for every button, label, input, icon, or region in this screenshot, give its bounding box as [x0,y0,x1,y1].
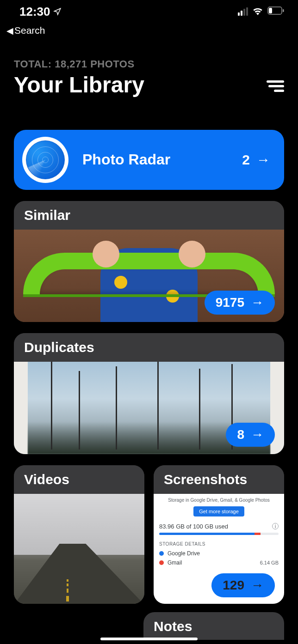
screenshot-used-row: 83.96 GB of 100 GB used i [159,523,279,530]
screenshots-label: Screenshots [154,465,284,494]
status-time: 12:30 [19,5,62,19]
screenshot-storage-bar [159,533,279,535]
videos-preview [14,494,144,604]
back-to-search[interactable]: ◀ Search [0,23,298,36]
radar-count-value: 2 [242,152,250,168]
battery-icon [267,6,284,17]
similar-count: 9175 [216,295,244,310]
screenshot-item-gmail: Gmail 6.14 GB [159,559,279,566]
wifi-icon [252,6,264,17]
dot-icon [159,560,164,565]
screenshot-details-label: STORAGE DETAILS [159,541,279,547]
two-column-row: Videos Screenshots Storage in Google Dri… [14,465,284,604]
arrow-right-icon: → [251,578,264,593]
screenshot-item2-label: Gmail [168,559,182,566]
back-chevron-icon: ◀ [6,25,13,36]
screenshots-card[interactable]: Screenshots Storage in Google Drive, Gma… [154,465,284,604]
info-icon: i [272,523,279,529]
similar-count-pill[interactable]: 9175 → [205,291,275,315]
screenshots-preview: Storage in Google Drive, Gmail, & Google… [154,494,284,604]
dot-icon [159,551,164,556]
status-bar: 12:30 [0,0,298,23]
duplicates-preview: 8 → [14,362,284,454]
duplicates-label: Duplicates [14,333,284,362]
radar-title: Photo Radar [82,151,228,168]
duplicates-card[interactable]: Duplicates 8 → [14,333,284,454]
screenshot-item1-label: Google Drive [168,550,200,557]
duplicates-count: 8 [237,427,244,442]
cellular-icon [238,7,248,16]
menu-button[interactable] [267,80,284,97]
screenshots-count-pill[interactable]: 129 → [211,573,275,597]
radar-count: 2 → [242,152,270,168]
radar-icon [22,137,68,183]
screenshots-count: 129 [223,578,244,593]
screenshot-item-drive: Google Drive [159,550,279,557]
screenshot-used-text: 83.96 GB of 100 GB used [159,523,228,530]
similar-preview: 9175 → [14,230,284,322]
back-label: Search [14,25,45,36]
duplicates-count-pill[interactable]: 8 → [226,423,275,447]
videos-label: Videos [14,465,144,494]
screenshot-item2-size: 6.14 GB [260,560,279,565]
time-text: 12:30 [19,5,50,19]
location-icon [53,5,62,19]
photo-radar-banner[interactable]: Photo Radar 2 → [14,130,284,190]
page-title: Your Library [14,73,144,97]
screenshot-storage-line: Storage in Google Drive, Gmail, & Google… [159,498,279,503]
svg-rect-1 [283,9,284,12]
svg-rect-2 [269,8,272,13]
notes-row: Notes [14,612,284,640]
total-photos-label: TOTAL: 18,271 PHOTOS [14,58,144,70]
similar-label: Similar [14,201,284,230]
similar-card[interactable]: Similar 9175 → [14,201,284,322]
videos-card[interactable]: Videos [14,465,144,604]
notes-card[interactable]: Notes [143,612,284,640]
screenshot-get-storage-button: Get more storage [193,506,244,516]
status-right [238,6,284,17]
home-indicator[interactable] [100,638,198,640]
arrow-right-icon: → [251,427,264,442]
arrow-right-icon: → [251,295,264,310]
arrow-right-icon: → [256,152,270,168]
content-area: Photo Radar 2 → Similar 9175 → Duplicate… [0,102,298,640]
header: TOTAL: 18,271 PHOTOS Your Library [0,36,298,102]
notes-label: Notes [154,619,192,634]
